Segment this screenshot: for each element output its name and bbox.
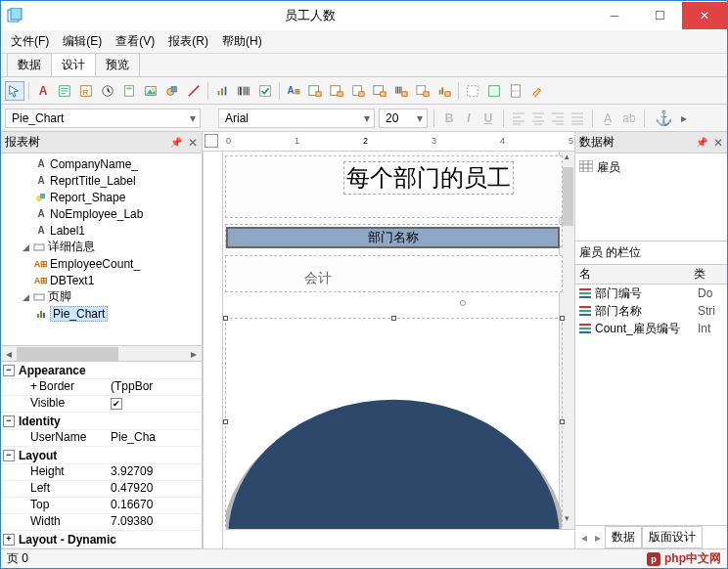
- field-row[interactable]: Count_雇员编号Int: [575, 320, 727, 337]
- prop-value[interactable]: Pie_Cha: [109, 430, 202, 446]
- minimize-button[interactable]: ─: [592, 2, 637, 29]
- field-row[interactable]: 部门编号Do: [575, 284, 727, 302]
- calc-tool-button[interactable]: [119, 81, 139, 101]
- tab-scroll-right[interactable]: ▸: [591, 531, 605, 545]
- col-name-header[interactable]: 名: [575, 266, 694, 283]
- tab-preview[interactable]: 预览: [95, 53, 140, 76]
- label-tool-button[interactable]: A: [33, 81, 53, 101]
- menu-view[interactable]: 查看(V): [110, 31, 160, 52]
- tree-h-scrollbar[interactable]: ◂▸: [1, 345, 202, 361]
- pie-chart-object[interactable]: [225, 318, 563, 527]
- menu-edit[interactable]: 编辑(E): [57, 31, 108, 52]
- dbbarcode-button[interactable]: [391, 81, 411, 101]
- object-name-combo[interactable]: Pie_Chart▾: [5, 109, 201, 128]
- line-tool-button[interactable]: [184, 81, 204, 101]
- font-name-combo[interactable]: Arial▾: [218, 109, 375, 128]
- tree-item[interactable]: 页脚: [48, 288, 71, 305]
- property-grid[interactable]: −Appearance +Border(TppBor Visible✔ −Ide…: [1, 361, 202, 548]
- panel-close-icon[interactable]: ✕: [713, 136, 723, 150]
- image-tool-button[interactable]: [141, 81, 160, 101]
- right-tab-layout[interactable]: 版面设计: [642, 526, 703, 548]
- svg-rect-33: [491, 87, 498, 94]
- svg-rect-25: [402, 91, 407, 95]
- panel-close-icon[interactable]: ✕: [188, 136, 198, 150]
- report-tree[interactable]: ACompanyName_ AReprtTitle_Label Report_S…: [1, 153, 202, 345]
- shape-tool-button[interactable]: [162, 81, 182, 101]
- menu-report[interactable]: 报表(R): [162, 31, 214, 52]
- chart-bar-button[interactable]: [212, 81, 232, 101]
- data-table-node[interactable]: 雇员: [579, 157, 723, 178]
- dbtext-button[interactable]: A⊞: [284, 81, 303, 101]
- svg-rect-24: [381, 91, 386, 95]
- align-right-button[interactable]: [549, 109, 567, 127]
- system-tool-button[interactable]: [98, 81, 117, 101]
- underline-button[interactable]: U: [479, 109, 497, 127]
- align-center-button[interactable]: [529, 109, 547, 127]
- tab-design[interactable]: 设计: [51, 53, 96, 76]
- report-canvas[interactable]: 每个部门的员工 部门名称 会计: [225, 152, 574, 548]
- prop-value[interactable]: 3.92709: [109, 464, 202, 480]
- italic-button[interactable]: I: [460, 109, 478, 127]
- align-left-button[interactable]: [510, 109, 527, 127]
- prop-name: Border: [39, 379, 74, 393]
- dbtext-icon: A⊞: [34, 274, 48, 287]
- tree-item[interactable]: Report_Shape: [50, 191, 125, 204]
- tree-item[interactable]: NoEmployee_Lab: [50, 207, 143, 221]
- field-row[interactable]: 部门名称Stri: [575, 302, 727, 320]
- prop-value[interactable]: 0.16670: [109, 498, 202, 513]
- prop-value[interactable]: 0.47920: [109, 481, 202, 497]
- toolbar-overflow-icon[interactable]: ▸: [681, 111, 687, 125]
- dbimage-button[interactable]: [370, 81, 389, 101]
- prop-value[interactable]: 7.09380: [109, 514, 202, 530]
- tree-item[interactable]: EmployeeCount_: [50, 257, 140, 271]
- report-title-label[interactable]: 每个部门的员工: [343, 161, 514, 195]
- prop-category[interactable]: Layout - Dynamic: [19, 533, 116, 547]
- dbcheck-button[interactable]: [413, 81, 432, 101]
- font-color-button[interactable]: A̲: [599, 109, 616, 127]
- highlight-button[interactable]: ab: [620, 109, 638, 127]
- maximize-button[interactable]: ☐: [637, 2, 682, 29]
- tree-item[interactable]: DBText1: [50, 274, 94, 287]
- dbmemo-button[interactable]: [305, 81, 325, 101]
- dbcalc-button[interactable]: [348, 81, 368, 101]
- barcode-button[interactable]: [234, 81, 253, 101]
- column-header-label[interactable]: 部门名称: [226, 227, 560, 248]
- subreport-button[interactable]: [484, 81, 504, 101]
- separator: [644, 109, 645, 127]
- pagebreak-button[interactable]: [506, 81, 525, 101]
- right-tab-data[interactable]: 数据: [605, 526, 642, 548]
- dropdown-icon: ▾: [364, 111, 370, 125]
- prop-category[interactable]: Layout: [19, 449, 57, 462]
- detail-dbtext[interactable]: 会计: [304, 270, 332, 287]
- region-button[interactable]: [463, 81, 482, 101]
- bold-button[interactable]: B: [440, 109, 458, 127]
- tree-item[interactable]: Label1: [50, 224, 85, 238]
- brush-button[interactable]: [527, 81, 547, 101]
- pointer-tool-button[interactable]: [5, 81, 24, 101]
- pin-icon[interactable]: 📌: [696, 137, 707, 148]
- checkbox-tool-button[interactable]: [255, 81, 275, 101]
- dbrichtext-button[interactable]: [327, 81, 346, 101]
- band-resize-handle[interactable]: [460, 300, 466, 306]
- memo-tool-button[interactable]: [55, 81, 74, 101]
- tree-item[interactable]: ReprtTitle_Label: [50, 174, 136, 188]
- tab-data[interactable]: 数据: [7, 53, 52, 76]
- tree-item[interactable]: 详细信息: [48, 239, 95, 255]
- prop-value[interactable]: (TppBor: [109, 379, 202, 395]
- pin-icon[interactable]: 📌: [170, 137, 182, 148]
- visible-checkbox[interactable]: ✔: [111, 398, 122, 410]
- anchor-button[interactable]: ⚓: [655, 109, 673, 127]
- tree-item[interactable]: CompanyName_: [50, 157, 138, 171]
- close-button[interactable]: ✕: [682, 2, 727, 29]
- tree-item-selected[interactable]: Pie_Chart: [50, 306, 108, 322]
- font-size-combo[interactable]: 20▾: [379, 109, 428, 128]
- menu-file[interactable]: 文件(F): [5, 31, 55, 52]
- tab-scroll-left[interactable]: ◂: [577, 531, 591, 545]
- dbchart-button[interactable]: [434, 81, 454, 101]
- align-justify-button[interactable]: [569, 109, 586, 127]
- prop-category[interactable]: Identity: [19, 415, 61, 428]
- prop-category[interactable]: Appearance: [19, 364, 86, 377]
- menu-help[interactable]: 帮助(H): [216, 31, 268, 52]
- col-type-header[interactable]: 类: [694, 266, 727, 283]
- richtext-tool-button[interactable]: R: [76, 81, 96, 101]
